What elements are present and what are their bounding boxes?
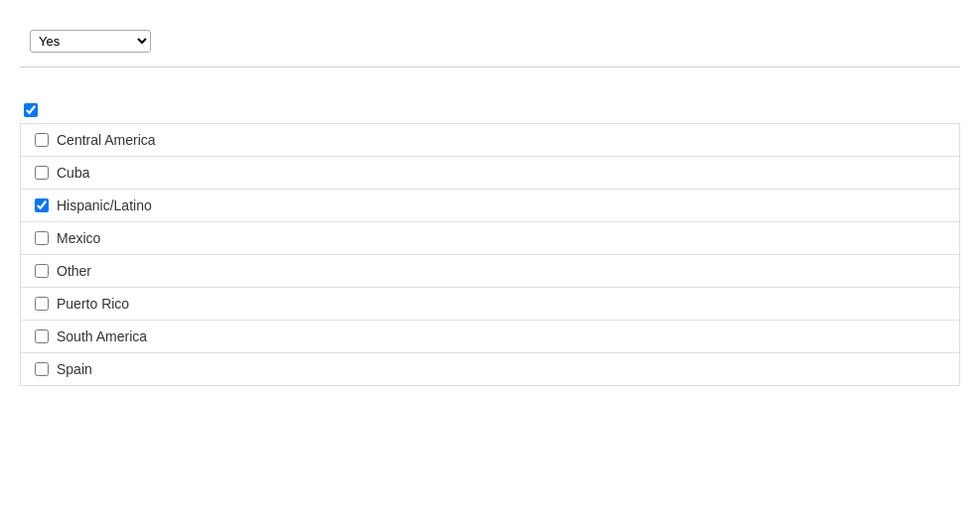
hispanic-question-row: Yes No Decline to State xyxy=(20,30,960,53)
list-item: Cuba xyxy=(21,157,959,190)
subgroup-checkbox-puerto-rico[interactable] xyxy=(35,297,49,311)
subgroup-list: Central AmericaCubaHispanic/LatinoMexico… xyxy=(20,124,960,386)
subgroup-label-central-america[interactable]: Central America xyxy=(57,132,156,148)
subgroup-checkbox-cuba[interactable] xyxy=(35,166,49,180)
list-item: Mexico xyxy=(21,222,959,255)
subgroup-label-cuba[interactable]: Cuba xyxy=(57,165,89,181)
subgroup-label-south-america[interactable]: South America xyxy=(57,328,147,344)
subgroup-label-spain[interactable]: Spain xyxy=(57,361,92,377)
divider-top xyxy=(20,66,960,67)
subgroup-checkbox-other[interactable] xyxy=(35,264,49,278)
group-checkbox[interactable] xyxy=(24,103,38,117)
subgroup-label-hispanic-latino[interactable]: Hispanic/Latino xyxy=(57,197,152,213)
list-item: Spain xyxy=(21,353,959,385)
list-item: Other xyxy=(21,255,959,288)
list-item: Hispanic/Latino xyxy=(21,190,959,222)
group-header xyxy=(20,97,960,124)
subgroup-label-other[interactable]: Other xyxy=(57,263,91,279)
subgroup-label-mexico[interactable]: Mexico xyxy=(57,230,100,246)
subgroup-checkbox-spain[interactable] xyxy=(35,362,49,376)
subgroup-checkbox-mexico[interactable] xyxy=(35,231,49,245)
subgroup-checkbox-hispanic-latino[interactable] xyxy=(35,198,49,212)
hispanic-dropdown[interactable]: Yes No Decline to State xyxy=(30,30,151,53)
list-item: South America xyxy=(21,321,959,353)
info-text xyxy=(20,77,960,85)
subgroup-checkbox-south-america[interactable] xyxy=(35,329,49,343)
subgroup-checkbox-central-america[interactable] xyxy=(35,133,49,147)
list-item: Central America xyxy=(21,124,959,157)
list-item: Puerto Rico xyxy=(21,288,959,321)
subgroup-label-puerto-rico[interactable]: Puerto Rico xyxy=(57,296,129,312)
